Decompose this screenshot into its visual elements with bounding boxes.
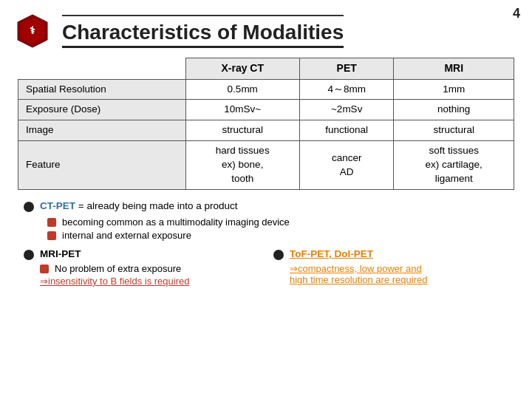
ctpet-suffix: = already being made into a product [75, 200, 238, 211]
mri-pet-bullet: MRI-PET [24, 248, 259, 260]
table-row: Spatial Resolution 0.5mm 4～8mm 1mm [18, 79, 514, 100]
tof-pet-sub1: ⇒compactness, low power and high time re… [290, 263, 508, 285]
row-pet-feature: cancer AD [299, 141, 393, 190]
table-header-xray: X-ray CT [185, 58, 299, 80]
mri-pet-sub2: ⇒insensitivity to B fields is required [40, 276, 259, 287]
row-mri-exposure: nothing [394, 100, 514, 120]
tof-pet-section: ToF-PET, DoI-PET ⇒compactness, low power… [273, 248, 508, 287]
table-row: Exposure (Dose) 10mSv~ ~2mSv nothing [18, 100, 514, 120]
ctpet-label: CT-PET [40, 200, 75, 211]
row-mri-feature: soft tissues ex) cartilage, ligament [394, 141, 514, 190]
bullet-dot [24, 250, 34, 260]
row-pet-image: functional [299, 120, 393, 141]
mri-pet-sub2-text: ⇒insensitivity to B fields is required [40, 276, 189, 287]
bullets-section: CT-PET = already being made into a produ… [18, 200, 514, 241]
table-header-mri: MRI [394, 58, 514, 80]
bullet-dot [24, 202, 34, 212]
bottom-section: MRI-PET No problem of extra exposure ⇒in… [18, 248, 514, 287]
mri-pet-sub1: No problem of extra exposure [40, 263, 259, 274]
header: ⚕ Characteristics of Modalities [0, 0, 532, 55]
main-content: X-ray CT PET MRI Spatial Resolution 0.5m… [0, 55, 532, 293]
row-label-resolution: Spatial Resolution [18, 79, 186, 100]
row-label-exposure: Exposure (Dose) [18, 100, 186, 120]
logo-icon: ⚕ [15, 13, 50, 49]
sub-bullet-icon [47, 218, 56, 227]
row-xray-feature: hard tissues ex) bone, tooth [185, 141, 299, 190]
page-title: Characteristics of Modalities [62, 15, 344, 48]
row-pet-exposure: ~2mSv [299, 100, 393, 120]
row-label-image: Image [18, 120, 186, 141]
table-header-empty [18, 58, 186, 80]
bullet-ctpet: CT-PET = already being made into a produ… [24, 200, 508, 212]
row-xray-exposure: 10mSv~ [185, 100, 299, 120]
modality-table: X-ray CT PET MRI Spatial Resolution 0.5m… [18, 58, 514, 190]
mri-pet-sub1-text: No problem of extra exposure [55, 263, 181, 274]
sub2-text: internal and external exposure [62, 230, 191, 241]
bullet-dot [273, 250, 284, 260]
svg-text:⚕: ⚕ [30, 24, 35, 36]
page-number: 4 [513, 6, 520, 21]
row-mri-resolution: 1mm [394, 79, 514, 100]
table-row: Image structural functional structural [18, 120, 514, 141]
bullet-sub2: internal and external exposure [47, 230, 508, 241]
table-header-pet: PET [299, 58, 393, 80]
tof-pet-sub1-text: ⇒compactness, low power and high time re… [290, 263, 427, 285]
row-xray-resolution: 0.5mm [185, 79, 299, 100]
bullet-sub1: becoming common as a multimodality imagi… [47, 216, 508, 228]
mri-pet-section: MRI-PET No problem of extra exposure ⇒in… [24, 248, 259, 287]
table-header-row: X-ray CT PET MRI [18, 58, 514, 80]
row-mri-image: structural [394, 120, 514, 141]
sub1-text: becoming common as a multimodality imagi… [62, 216, 290, 228]
mri-pet-title: MRI-PET [40, 248, 81, 259]
row-xray-image: structural [185, 120, 299, 141]
ctpet-text: CT-PET = already being made into a produ… [40, 200, 238, 211]
sub-bullet-icon [40, 265, 49, 273]
table-row: Feature hard tissues ex) bone, tooth can… [18, 141, 514, 190]
tof-pet-title: ToF-PET, DoI-PET [290, 248, 373, 259]
tof-pet-bullet: ToF-PET, DoI-PET [273, 248, 508, 260]
row-pet-resolution: 4～8mm [299, 79, 393, 100]
sub-bullet-icon [47, 231, 56, 240]
row-label-feature: Feature [18, 141, 186, 190]
